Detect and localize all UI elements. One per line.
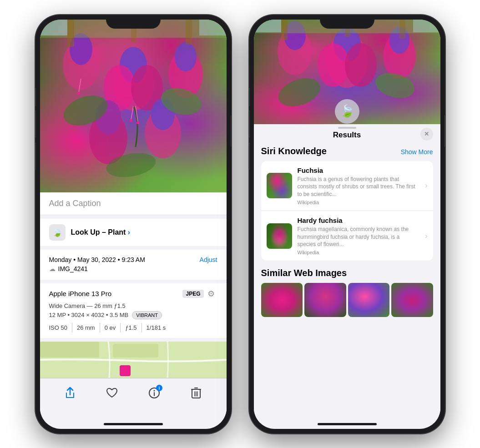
info-badge (156, 385, 162, 391)
svg-rect-30 (120, 365, 131, 376)
svg-rect-24 (186, 20, 192, 45)
exif-aperture: ƒ1.5 (121, 323, 141, 332)
fuchsia-desc: Fuchsia is a genus of flowering plants t… (298, 176, 418, 198)
right-photo-area: 🍃 (254, 20, 440, 124)
camera-section: Apple iPhone 13 Pro JPEG ⚙ Wide Camera —… (40, 283, 227, 338)
lookup-row[interactable]: 🍃 Look Up – Plant › (40, 219, 227, 246)
photo-area[interactable] (40, 20, 227, 192)
close-button[interactable]: ✕ (420, 128, 433, 141)
svg-point-20 (77, 92, 80, 95)
svg-rect-28 (40, 342, 99, 357)
hardy-info: Hardy fuchsia Fuchsia magellanica, commo… (298, 216, 418, 255)
fuchsia-item[interactable]: Fuchsia Fuchsia is a genus of flowering … (261, 161, 433, 211)
vibrant-badge: VIBRANT (132, 311, 162, 319)
svg-point-17 (130, 119, 132, 122)
lookup-icon: 🍃 (49, 224, 66, 241)
leaf-icon: 🍃 (52, 227, 62, 237)
phone-notch (106, 15, 161, 29)
siri-bubble[interactable]: 🍃 (335, 99, 359, 124)
right-phone: 🍃 Results ✕ Siri Knowledge Show More (249, 15, 445, 433)
results-header: Results ✕ (254, 124, 440, 144)
similar-images-section: Similar Web Images (261, 268, 433, 317)
similar-image-2[interactable] (304, 283, 346, 317)
fuchsia-thumb (267, 173, 292, 198)
results-title: Results (333, 131, 361, 140)
gear-icon[interactable]: ⚙ (207, 289, 217, 299)
vol-up-button[interactable] (35, 111, 36, 138)
svg-point-43 (318, 43, 349, 87)
right-power-button[interactable] (445, 115, 445, 147)
share-button[interactable] (61, 384, 79, 402)
similar-images-row (261, 283, 433, 317)
svg-rect-55 (254, 20, 281, 32)
exif-iso: ISO 50 (49, 323, 72, 332)
svg-point-50 (372, 69, 417, 102)
svg-rect-29 (113, 344, 158, 357)
hardy-thumb (267, 223, 292, 249)
hardy-name: Hardy fuchsia (298, 216, 418, 224)
silent-button[interactable] (35, 88, 36, 106)
flower-svg-overlay (40, 20, 227, 192)
hardy-thumb-img (267, 223, 292, 249)
right-phone-notch (320, 15, 374, 29)
jpeg-badge: JPEG (182, 290, 203, 298)
exif-row: ISO 50 26 mm 0 ev ƒ1.5 1/181 s (49, 323, 217, 332)
caption-placeholder: Add a Caption (49, 199, 101, 208)
left-phone: Add a Caption 🍃 Look Up – Plant › Monday… (35, 15, 231, 433)
hardy-source: Wikipedia (298, 250, 418, 255)
show-more-button[interactable]: Show More (401, 148, 433, 156)
lens-info: Wide Camera — 26 mm ƒ1.5 (49, 302, 217, 309)
caption-field[interactable]: Add a Caption (40, 192, 227, 215)
fuchsia-thumb-img (267, 173, 292, 198)
info-button[interactable] (145, 384, 163, 402)
exif-focal: 26 mm (72, 323, 100, 332)
svg-rect-52 (281, 20, 288, 40)
similar-image-3[interactable] (348, 283, 390, 317)
home-indicator (104, 423, 163, 425)
right-silent-button[interactable] (249, 88, 250, 106)
siri-knowledge-title: Siri Knowledge (261, 146, 327, 156)
svg-point-32 (153, 390, 155, 391)
svg-point-7 (175, 42, 197, 71)
date-text: Monday • May 30, 2022 • 9:23 AM (49, 256, 145, 263)
power-button[interactable] (231, 115, 231, 147)
hardy-chevron: › (425, 232, 427, 240)
similar-image-1[interactable] (261, 283, 303, 317)
right-vol-down-button[interactable] (249, 142, 250, 170)
resolution-text: 12 MP • 3024 × 4032 • 3.5 MB (49, 312, 129, 318)
svg-point-49 (274, 73, 324, 111)
fuchsia-name: Fuchsia (298, 166, 418, 174)
vol-down-button[interactable] (35, 142, 36, 170)
left-screen: Add a Caption 🍃 Look Up – Plant › Monday… (40, 20, 227, 429)
siri-leaf-icon: 🍃 (340, 104, 354, 118)
lookup-text: Look Up – Plant › (71, 228, 131, 237)
right-vol-up-button[interactable] (249, 111, 250, 138)
lookup-bold: Look Up – (71, 228, 106, 236)
lookup-chevron: › (128, 228, 130, 236)
svg-rect-54 (399, 20, 405, 39)
right-screen: 🍃 Results ✕ Siri Knowledge Show More (254, 20, 440, 429)
similar-image-4[interactable] (391, 283, 433, 317)
trash-button[interactable] (187, 384, 205, 402)
svg-point-35 (159, 387, 160, 388)
hardy-fuchsia-item[interactable]: Hardy fuchsia Fuchsia magellanica, commo… (261, 211, 433, 261)
heart-button[interactable] (103, 384, 121, 402)
map-area[interactable] (40, 342, 227, 378)
svg-rect-22 (67, 20, 74, 47)
exif-ev: 0 ev (100, 323, 121, 332)
right-home-indicator (318, 423, 377, 425)
similar-images-title: Similar Web Images (261, 268, 347, 278)
camera-model: Apple iPhone 13 Pro (49, 290, 112, 297)
results-panel: Results ✕ Siri Knowledge Show More (254, 124, 440, 423)
drag-handle[interactable] (338, 127, 356, 129)
knowledge-card: Fuchsia Fuchsia is a genus of flowering … (261, 161, 433, 261)
filename-text: IMG_4241 (58, 265, 88, 272)
bottom-toolbar (40, 378, 227, 411)
adjust-button[interactable]: Adjust (200, 256, 217, 263)
exif-shutter: 1/181 s (142, 323, 171, 332)
fuchsia-source: Wikipedia (298, 200, 418, 205)
siri-knowledge-header: Siri Knowledge Show More (261, 146, 433, 156)
fuchsia-info: Fuchsia Fuchsia is a genus of flowering … (298, 166, 418, 205)
results-scroll[interactable]: Siri Knowledge Show More Fuchsia Fuchsia… (254, 144, 440, 423)
date-row: Monday • May 30, 2022 • 9:23 AM Adjust ☁… (40, 250, 227, 280)
